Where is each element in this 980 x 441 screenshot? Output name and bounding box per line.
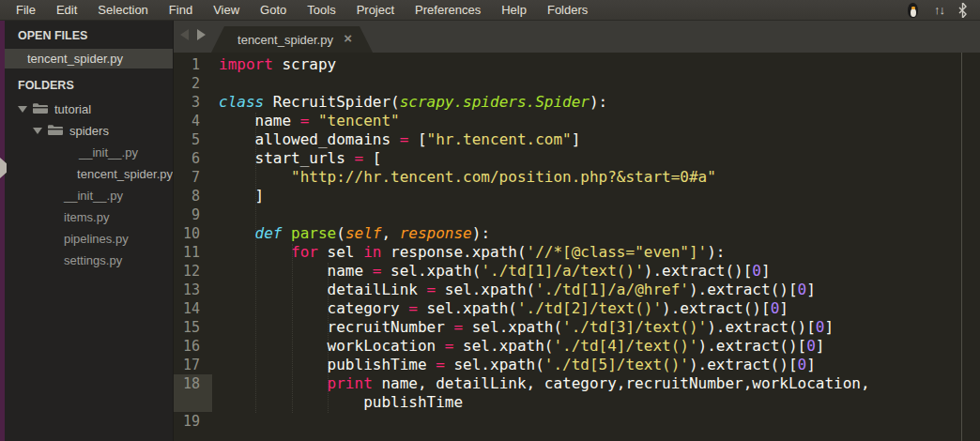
code-token: publishTime — [219, 393, 463, 411]
code-line-5[interactable]: 5 allowed_domains = ["hr.tencent.com"] — [174, 130, 980, 149]
code-token: = — [373, 262, 382, 280]
disclosure-triangle-icon[interactable] — [33, 128, 42, 134]
code-line-2[interactable]: 2 — [174, 74, 980, 93]
tree-folder-spiders[interactable]: spiders — [5, 120, 173, 142]
menu-tools[interactable]: Tools — [297, 0, 345, 20]
tree-item-label: settings.py — [64, 253, 122, 267]
open-file-item-selected[interactable]: tencent_spider.py — [5, 49, 173, 68]
line-number[interactable]: 16 — [174, 337, 212, 356]
tab-nav-left-icon[interactable] — [180, 29, 189, 40]
tab-label: tencent_spider.py — [237, 33, 333, 47]
line-number[interactable]: 5 — [174, 130, 212, 149]
disclosure-triangle-icon[interactable] — [18, 106, 27, 113]
tree-folder-tutorial[interactable]: tutorial — [5, 99, 173, 120]
code-line-12[interactable]: 12 name = sel.xpath('./td[1]/a/text()').… — [174, 262, 980, 281]
tab-close-icon[interactable]: × — [344, 30, 352, 46]
code-line-17[interactable]: 17 publishTime = sel.xpath('./td[5]/text… — [174, 356, 980, 374]
menu-selection[interactable]: Selection — [87, 0, 158, 20]
tab-tencent-spider[interactable]: tencent_spider.py × — [211, 26, 373, 53]
code-line-16[interactable]: 16 workLocation = sel.xpath('./td[4]/tex… — [174, 337, 980, 356]
code-token: './td[2]/text()' — [517, 299, 662, 317]
code-line-4[interactable]: 4 name = "tencent" — [174, 112, 980, 130]
bluetooth-icon[interactable] — [958, 3, 967, 18]
down-arrow-icon: ↓ — [940, 3, 944, 18]
line-number[interactable]: 17 — [174, 356, 212, 374]
code-token: './td[1]/a/text()' — [481, 262, 643, 280]
code-token: start_urls — [219, 149, 355, 167]
tab-nav-right-icon[interactable] — [197, 29, 206, 40]
code-line-8[interactable]: 8 ] — [174, 187, 980, 205]
line-number[interactable]: 2 — [174, 74, 212, 93]
folder-icon — [48, 124, 63, 138]
menu-view[interactable]: View — [203, 0, 250, 20]
line-number[interactable]: 15 — [174, 318, 212, 337]
line-number[interactable]: 11 — [174, 243, 212, 262]
tree-file-settings-py[interactable]: settings.py — [5, 250, 173, 271]
code-line-1[interactable]: 1import scrapy — [174, 55, 980, 74]
code-token: ] — [816, 337, 825, 355]
tree-item-label: spiders — [69, 124, 109, 138]
menu-preferences[interactable]: Preferences — [405, 0, 491, 20]
menu-items: FileEditSelectionFindViewGotoToolsProjec… — [0, 0, 598, 20]
line-number[interactable]: 1 — [174, 55, 212, 74]
code-line-3[interactable]: 3class RecruitSpider(scrapy.spiders.Spid… — [174, 93, 980, 112]
line-number[interactable]: 9 — [174, 205, 212, 224]
code-line-11[interactable]: 11 for sel in response.xpath('//*[@class… — [174, 243, 980, 262]
menu-project[interactable]: Project — [346, 0, 405, 20]
tree-file--init-py[interactable]: __init__.py — [5, 185, 173, 206]
line-number[interactable] — [174, 393, 212, 412]
menu-folders[interactable]: Folders — [537, 0, 598, 20]
line-number[interactable]: 12 — [174, 262, 212, 281]
code-line-9[interactable]: 9 — [174, 205, 980, 224]
code-token: = — [408, 299, 418, 317]
line-number[interactable]: 10 — [174, 224, 212, 243]
code-line-7[interactable]: 7 "http://hr.tencent.com/position.php?&s… — [174, 168, 980, 187]
tree-item-label: pipelines.py — [64, 232, 129, 246]
line-number[interactable]: 13 — [174, 281, 212, 299]
code-token: response — [400, 224, 472, 242]
line-number[interactable]: 19 — [174, 412, 212, 431]
code-token: ).extract()[ — [689, 356, 798, 373]
code-line-14[interactable]: 14 category = sel.xpath('./td[2]/text()'… — [174, 299, 980, 318]
line-number[interactable]: 4 — [174, 112, 212, 130]
code-text — [212, 74, 219, 93]
code-token: allowed_domains — [219, 130, 400, 148]
linux-penguin-icon[interactable] — [907, 3, 919, 18]
line-number[interactable]: 7 — [174, 168, 212, 187]
line-number[interactable]: 3 — [174, 93, 212, 112]
tree-item-label: __init__.py — [64, 189, 123, 203]
menu-goto[interactable]: Goto — [250, 0, 297, 20]
menu-edit[interactable]: Edit — [46, 0, 87, 20]
tab-nav-arrows — [180, 29, 206, 40]
code-line-19[interactable]: 19 — [174, 412, 980, 431]
code-editor[interactable]: 1import scrapy23class RecruitSpider(scra… — [174, 53, 980, 441]
line-number[interactable]: 8 — [174, 187, 212, 205]
tree-file-pipelines-py[interactable]: pipelines.py — [5, 228, 173, 250]
tree-file-tencent-spider-py[interactable]: tencent_spider.py — [5, 163, 173, 185]
code-line-13[interactable]: 13 detailLink = sel.xpath('./td[1]/a/@hr… — [174, 281, 980, 299]
code-token: './td[5]/text()' — [544, 356, 689, 373]
code-line-15[interactable]: 15 recruitNumber = sel.xpath('./td[3]/te… — [174, 318, 980, 337]
code-line-18[interactable]: 18 print name, detailLink, category,recr… — [174, 374, 980, 393]
line-number[interactable]: 14 — [174, 299, 212, 318]
menu-find[interactable]: Find — [159, 0, 203, 20]
network-updown-arrows-icon[interactable]: ↑ ↓ — [934, 3, 943, 18]
code-line-10[interactable]: 10 def parse(self, response): — [174, 224, 980, 243]
code-token: ] — [572, 130, 581, 148]
menu-file[interactable]: File — [6, 0, 46, 20]
tree-file-items-py[interactable]: items.py — [5, 206, 173, 228]
line-number[interactable]: 18 — [174, 374, 212, 393]
line-number[interactable]: 6 — [174, 149, 212, 168]
code-token: ).extract()[ — [698, 337, 807, 355]
code-token: 0 — [771, 299, 780, 317]
code-line-6[interactable]: 6 start_urls = [ — [174, 149, 980, 168]
code-token: publishTime — [219, 356, 436, 373]
menu-help[interactable]: Help — [491, 0, 537, 20]
code-token: category — [219, 299, 408, 317]
code-text: category = sel.xpath('./td[2]/text()').e… — [212, 299, 789, 318]
tree-file--init-py[interactable]: __init__.py — [5, 142, 173, 163]
code-line-wrap[interactable]: publishTime — [174, 393, 980, 412]
code-token: sel.xpath( — [463, 318, 562, 336]
code-token: 0 — [806, 337, 816, 355]
code-token: ] — [824, 318, 834, 336]
